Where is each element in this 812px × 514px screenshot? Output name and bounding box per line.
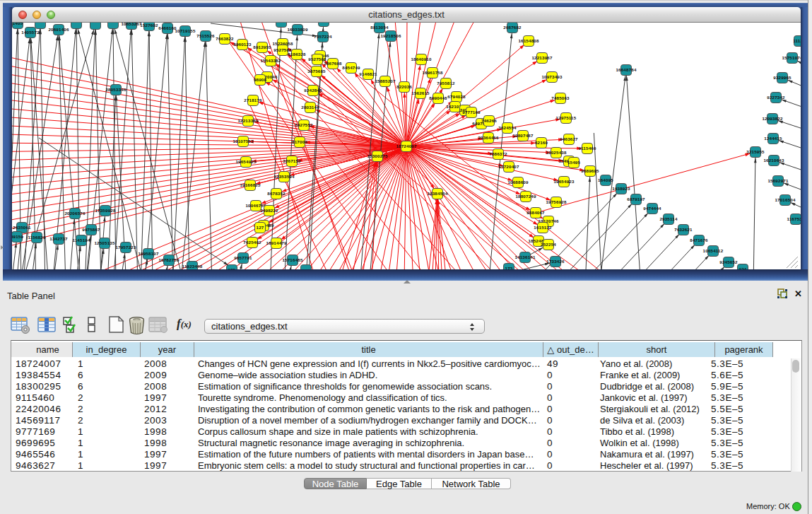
svg-text:9689695: 9689695 xyxy=(581,168,599,173)
svg-text:164095: 164095 xyxy=(598,177,613,182)
svg-text:9329965: 9329965 xyxy=(773,75,792,80)
svg-text:19218506: 19218506 xyxy=(380,33,401,38)
svg-text:9463627: 9463627 xyxy=(560,136,578,141)
svg-text:817004: 817004 xyxy=(292,139,307,144)
svg-text:15885207: 15885207 xyxy=(375,78,395,83)
svg-text:18640910: 18640910 xyxy=(411,57,431,62)
svg-text:2635061: 2635061 xyxy=(13,225,31,230)
svg-text:17359928: 17359928 xyxy=(95,208,115,213)
svg-text:12213369: 12213369 xyxy=(237,118,258,123)
svg-text:1615132: 1615132 xyxy=(534,225,552,230)
svg-text:1244415: 1244415 xyxy=(764,136,782,141)
svg-text:8813054: 8813054 xyxy=(370,25,389,30)
svg-text:8186328: 8186328 xyxy=(288,52,306,57)
svg-text:252254: 252254 xyxy=(541,242,556,247)
svg-text:15751074: 15751074 xyxy=(782,55,801,60)
svg-text:924: 924 xyxy=(739,267,747,269)
svg-text:9115460: 9115460 xyxy=(578,146,596,151)
svg-text:7886372: 7886372 xyxy=(489,151,507,156)
svg-text:9474444: 9474444 xyxy=(643,206,661,211)
svg-text:1342737: 1342737 xyxy=(49,236,68,241)
svg-text:9684067: 9684067 xyxy=(526,210,545,215)
svg-text:746266: 746266 xyxy=(481,118,497,123)
svg-text:10719155: 10719155 xyxy=(175,28,195,33)
svg-text:11125: 11125 xyxy=(793,38,801,43)
svg-text:18807249: 18807249 xyxy=(515,194,536,199)
svg-text:7357224: 7357224 xyxy=(314,34,332,39)
svg-text:15300275: 15300275 xyxy=(367,153,387,158)
svg-text:17016504: 17016504 xyxy=(775,197,795,202)
svg-text:9245652: 9245652 xyxy=(719,259,738,264)
svg-text:2087682: 2087682 xyxy=(503,25,522,30)
svg-text:3875685: 3875685 xyxy=(307,69,326,74)
svg-text:15716485: 15716485 xyxy=(282,257,302,262)
svg-text:1527602: 1527602 xyxy=(140,23,158,28)
svg-text:2803144: 2803144 xyxy=(301,105,319,110)
svg-text:10958107: 10958107 xyxy=(138,251,158,256)
svg-text:8990448: 8990448 xyxy=(429,95,447,100)
svg-text:2718176: 2718176 xyxy=(244,98,262,103)
svg-text:12975115: 12975115 xyxy=(556,115,577,120)
svg-text:7515526: 7515526 xyxy=(196,33,215,38)
svg-text:7663822: 7663822 xyxy=(216,36,234,41)
svg-text:7625402: 7625402 xyxy=(243,240,261,245)
svg-text:12353594: 12353594 xyxy=(273,174,294,179)
svg-text:62160: 62160 xyxy=(535,140,548,145)
svg-text:20206576: 20206576 xyxy=(64,211,85,216)
svg-text:173: 173 xyxy=(505,266,513,269)
svg-text:10654112: 10654112 xyxy=(703,248,724,253)
svg-text:3498222: 3498222 xyxy=(260,208,278,213)
svg-text:20691406: 20691406 xyxy=(48,27,69,32)
svg-text:15543382: 15543382 xyxy=(260,58,281,63)
svg-text:98908: 98908 xyxy=(254,77,267,82)
svg-text:15720407: 15720407 xyxy=(498,164,519,169)
svg-text:16033809: 16033809 xyxy=(287,27,307,32)
svg-text:8912955: 8912955 xyxy=(253,45,271,49)
svg-text:19166825: 19166825 xyxy=(240,182,260,187)
svg-text:15495: 15495 xyxy=(567,160,581,165)
svg-text:39159: 39159 xyxy=(12,234,23,239)
svg-text:6466160: 6466160 xyxy=(158,25,177,30)
svg-text:10688609: 10688609 xyxy=(507,180,528,185)
svg-text:822036: 822036 xyxy=(396,84,412,89)
svg-text:15692971: 15692971 xyxy=(767,178,788,183)
svg-text:10653267: 10653267 xyxy=(121,23,141,26)
svg-text:6794028: 6794028 xyxy=(447,94,466,99)
svg-text:10107553: 10107553 xyxy=(233,139,253,144)
svg-text:14136141: 14136141 xyxy=(514,255,535,259)
svg-text:9146821: 9146821 xyxy=(359,71,377,76)
svg-text:2867608: 2867608 xyxy=(324,61,342,66)
svg-text:19384554: 19384554 xyxy=(427,191,447,196)
svg-text:19756928: 19756928 xyxy=(546,199,566,204)
svg-text:1167533: 1167533 xyxy=(787,216,801,221)
svg-text:28053346: 28053346 xyxy=(105,87,126,92)
svg-text:8454749: 8454749 xyxy=(342,65,360,70)
svg-text:16961758: 16961758 xyxy=(422,70,442,75)
svg-text:12505135: 12505135 xyxy=(94,240,114,245)
svg-text:16210643: 16210643 xyxy=(763,158,784,163)
svg-text:8427552: 8427552 xyxy=(295,122,313,127)
svg-text:10046756: 10046756 xyxy=(245,203,266,208)
svg-text:8471676: 8471676 xyxy=(690,238,708,243)
svg-text:19654923: 19654923 xyxy=(553,179,574,184)
svg-text:9857791: 9857791 xyxy=(234,255,252,260)
svg-text:10807487: 10807487 xyxy=(512,133,533,138)
svg-text:1938923: 1938923 xyxy=(612,186,630,191)
svg-text:2935114: 2935114 xyxy=(659,216,678,221)
svg-text:9975867: 9975867 xyxy=(82,227,100,232)
svg-text:12213967: 12213967 xyxy=(531,55,552,60)
svg-text:11923448: 11923448 xyxy=(182,264,203,269)
svg-text:7632621: 7632621 xyxy=(674,227,693,232)
svg-text:7955812: 7955812 xyxy=(437,81,455,86)
svg-text:6879197: 6879197 xyxy=(627,197,645,201)
svg-text:17957223: 17957223 xyxy=(115,245,136,250)
svg-text:19654925: 19654925 xyxy=(235,159,256,164)
svg-text:16154808: 16154808 xyxy=(518,38,539,43)
svg-text:127: 127 xyxy=(257,225,264,230)
svg-text:3624554: 3624554 xyxy=(498,125,517,130)
svg-text:1562615: 1562615 xyxy=(411,90,430,95)
svg-text:16914479: 16914479 xyxy=(266,240,286,245)
svg-text:16782759: 16782759 xyxy=(158,257,179,262)
svg-text:985: 985 xyxy=(228,267,236,269)
svg-text:7485063: 7485063 xyxy=(551,95,570,100)
